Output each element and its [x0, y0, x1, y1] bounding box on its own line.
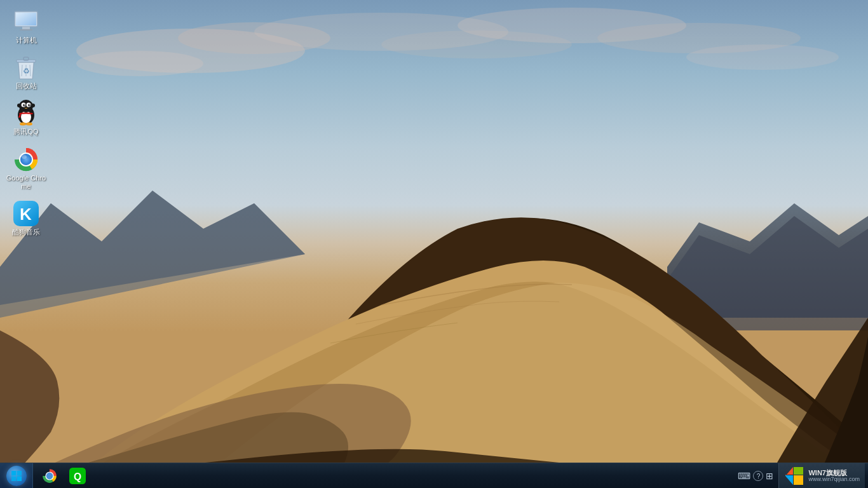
svg-rect-47 [11, 476, 17, 481]
computer-icon[interactable]: 计算机 [3, 6, 49, 47]
display-tray-icon[interactable]: ⊞ [764, 470, 775, 482]
svg-rect-45 [11, 471, 17, 476]
kuwo-icon[interactable]: K 酷狗音乐 [3, 198, 49, 239]
desktop: 计算机 ♻ [0, 0, 868, 488]
qq-label: 腾讯QQ [13, 128, 38, 136]
svg-point-39 [26, 123, 32, 126]
taskbar-pinned: Q [36, 463, 92, 488]
wallpaper [0, 0, 868, 488]
kuwo-icon-img: K [13, 201, 39, 226]
svg-point-34 [17, 104, 21, 107]
help-tray-icon[interactable]: ? [753, 471, 763, 481]
svg-rect-17 [22, 27, 30, 29]
svg-text:K: K [20, 205, 32, 224]
svg-rect-18 [20, 29, 32, 30]
svg-text:Q: Q [74, 471, 81, 482]
start-orb [6, 466, 27, 486]
recycle-label: 回收站 [16, 82, 37, 90]
win7-badge: WIN7旗舰版 www.win7qijian.com [778, 463, 865, 488]
svg-point-41 [20, 154, 32, 165]
win7-logo-icon [784, 466, 804, 486]
taskbar-chrome[interactable] [36, 464, 63, 488]
svg-point-42 [22, 155, 27, 159]
taskbar-iqiyi[interactable]: Q [64, 464, 91, 488]
svg-point-32 [24, 105, 25, 106]
svg-point-35 [31, 104, 35, 107]
recycle-icon[interactable]: ♻ 回收站 [3, 52, 49, 93]
svg-text:♻: ♻ [23, 67, 30, 76]
win7-text: WIN7旗舰版 www.win7qijian.com [808, 469, 860, 483]
svg-point-50 [46, 472, 53, 479]
windows-logo-icon [11, 470, 22, 482]
svg-rect-48 [17, 476, 22, 481]
svg-rect-20 [24, 57, 29, 60]
computer-icon-img [13, 9, 39, 34]
svg-point-33 [29, 105, 31, 106]
chrome-desktop-icon-img [13, 147, 39, 172]
chrome-desktop-label: Google Chrome [6, 174, 46, 191]
svg-point-3 [76, 51, 203, 76]
win7-url: www.win7qijian.com [808, 477, 860, 483]
svg-rect-16 [16, 13, 36, 25]
computer-label: 计算机 [16, 36, 37, 44]
svg-rect-46 [17, 471, 22, 476]
recycle-icon-img: ♻ [13, 55, 39, 80]
start-button[interactable] [0, 463, 33, 489]
qq-icon[interactable]: 腾讯QQ [3, 98, 49, 139]
desktop-icons: 计算机 ♻ [3, 6, 49, 239]
qq-icon-img [13, 100, 39, 126]
tray-icons: ⌨ ? ⊞ [733, 470, 778, 482]
kuwo-label: 酷狗音乐 [12, 228, 40, 236]
svg-point-27 [19, 100, 33, 112]
taskbar: Q ⌨ ? ⊞ WIN7旗舰版 www. [0, 463, 868, 488]
svg-point-38 [20, 123, 26, 126]
chrome-desktop-icon[interactable]: Google Chrome [3, 144, 49, 193]
system-tray: ⌨ ? ⊞ WIN7旗舰版 www.win7qijian.com [733, 463, 868, 488]
keyboard-tray-icon[interactable]: ⌨ [736, 470, 752, 482]
svg-point-8 [686, 44, 839, 70]
